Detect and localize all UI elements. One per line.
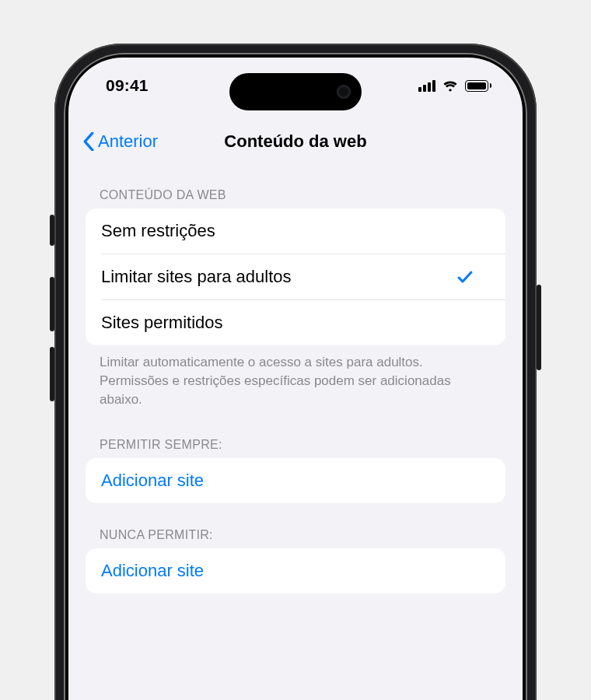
back-label: Anterior xyxy=(98,131,158,152)
option-label: Sites permitidos xyxy=(101,313,223,333)
side-button-silence xyxy=(50,215,54,246)
battery-icon xyxy=(465,80,492,92)
checkmark-icon xyxy=(456,268,474,286)
chevron-left-icon xyxy=(82,132,95,151)
side-button-volume-up xyxy=(50,277,54,331)
never-allow-group: Adicionar site xyxy=(86,548,505,593)
always-allow-group: Adicionar site xyxy=(86,458,505,503)
option-label: Limitar sites para adultos xyxy=(101,267,292,287)
section-header-never-allow: NUNCA PERMITIR: xyxy=(86,514,505,548)
status-icons xyxy=(418,79,492,92)
content-scroll[interactable]: CONTEÚDO DA WEB Sem restrições Limitar s… xyxy=(68,174,523,700)
nav-bar: Anterior Conteúdo da web xyxy=(68,120,523,163)
stage: 09:41 xyxy=(0,0,591,700)
dynamic-island xyxy=(229,73,362,110)
screen: 09:41 xyxy=(68,58,523,700)
web-content-group: Sem restrições Limitar sites para adulto… xyxy=(86,208,505,345)
status-time: 09:41 xyxy=(106,76,149,95)
section-header-always-allow: PERMITIR SEMPRE: xyxy=(86,424,505,458)
back-button[interactable]: Anterior xyxy=(82,131,158,152)
add-site-always-allow[interactable]: Adicionar site xyxy=(86,458,505,503)
wifi-icon xyxy=(442,79,459,92)
add-site-label: Adicionar site xyxy=(101,561,204,581)
option-label: Sem restrições xyxy=(101,221,215,241)
page-title: Conteúdo da web xyxy=(224,131,366,152)
option-allowed-only[interactable]: Sites permitidos xyxy=(101,299,505,345)
section-header-web-content: CONTEÚDO DA WEB xyxy=(86,174,505,208)
add-site-label: Adicionar site xyxy=(101,471,204,491)
side-button-power xyxy=(537,285,541,370)
option-limit-adult[interactable]: Limitar sites para adultos xyxy=(101,254,505,299)
front-camera-icon xyxy=(337,85,351,99)
section-footer-web-content: Limitar automaticamente o acesso a sites… xyxy=(86,345,505,413)
side-button-volume-down xyxy=(50,347,54,401)
cellular-icon xyxy=(418,79,435,92)
add-site-never-allow[interactable]: Adicionar site xyxy=(86,548,505,593)
phone-bezel: 09:41 xyxy=(64,53,527,700)
option-unrestricted[interactable]: Sem restrições xyxy=(86,208,505,254)
phone-frame: 09:41 xyxy=(54,44,537,700)
